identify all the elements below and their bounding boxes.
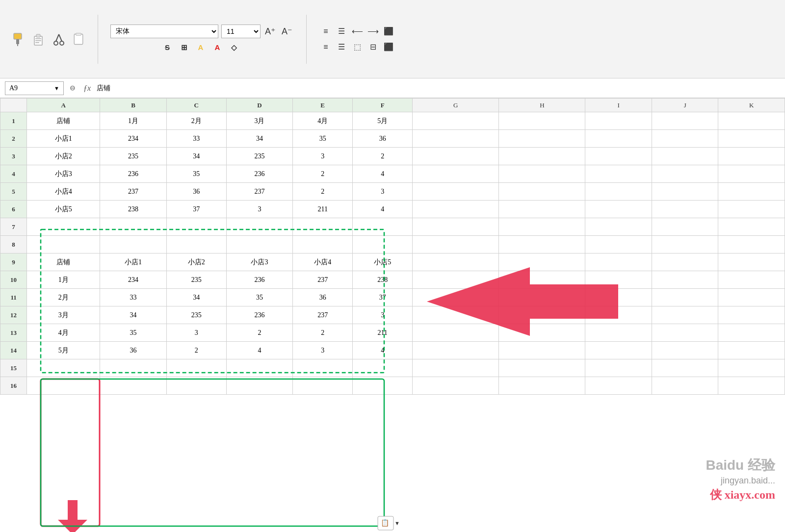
align-top-right[interactable]: ⟵ (350, 25, 364, 38)
cell[interactable] (226, 377, 293, 395)
cell[interactable]: 234 (100, 130, 167, 148)
row-header-3[interactable]: 3 (0, 148, 27, 165)
col-header-J[interactable]: J (652, 99, 718, 112)
cell[interactable] (652, 130, 718, 148)
cell[interactable] (652, 148, 718, 165)
cell[interactable]: 236 (226, 165, 293, 183)
cell[interactable] (718, 342, 785, 359)
col-header-F[interactable]: F (353, 99, 413, 112)
font-color-button[interactable]: A (210, 41, 224, 54)
cell[interactable] (353, 359, 413, 377)
cell[interactable] (718, 377, 785, 395)
cell[interactable]: 小店1 (100, 253, 167, 271)
cell[interactable]: 4月 (27, 324, 100, 342)
align-top-left[interactable]: ≡ (319, 25, 333, 38)
cell[interactable]: 35 (100, 324, 167, 342)
cell[interactable]: 236 (226, 271, 293, 289)
cut-button[interactable] (51, 31, 67, 47)
cell[interactable]: 36 (293, 289, 353, 306)
cell-ref-dropdown-icon[interactable]: ▼ (54, 85, 59, 91)
cell[interactable] (413, 271, 499, 289)
cell[interactable]: 236 (100, 165, 167, 183)
cell[interactable]: 1月 (100, 112, 167, 130)
align-bottom-left[interactable]: ≡ (319, 41, 333, 53)
cell[interactable] (499, 289, 585, 306)
cell[interactable]: 4月 (293, 112, 353, 130)
cell[interactable] (652, 359, 718, 377)
underline-button[interactable] (144, 41, 157, 54)
align-bottom-center[interactable]: ☰ (335, 41, 348, 53)
cell[interactable] (499, 148, 585, 165)
italic-button[interactable] (127, 41, 141, 54)
cell[interactable] (166, 236, 226, 253)
cell[interactable] (585, 236, 652, 253)
cell[interactable] (413, 218, 499, 236)
cell[interactable]: 235 (166, 271, 226, 289)
cell[interactable]: 3 (293, 148, 353, 165)
cell[interactable] (499, 201, 585, 218)
col-header-H[interactable]: H (499, 99, 585, 112)
row-header-9[interactable]: 9 (0, 253, 27, 271)
cell[interactable] (585, 289, 652, 306)
cell[interactable] (413, 324, 499, 342)
cell[interactable] (718, 359, 785, 377)
cell[interactable]: 2月 (27, 289, 100, 306)
cell[interactable]: 2 (166, 342, 226, 359)
cell[interactable]: 小店3 (226, 253, 293, 271)
row-header-5[interactable]: 5 (0, 183, 27, 201)
cell[interactable]: 36 (353, 130, 413, 148)
cell[interactable]: 211 (353, 324, 413, 342)
cell[interactable] (413, 253, 499, 271)
cell[interactable] (293, 377, 353, 395)
cell[interactable]: 37 (166, 201, 226, 218)
align-bottom-indent[interactable]: ⬛ (382, 41, 395, 53)
clear-format-button[interactable]: ◇ (227, 41, 241, 54)
font-name-select[interactable]: 宋体 (110, 25, 218, 38)
cell[interactable] (413, 342, 499, 359)
cell[interactable] (499, 306, 585, 324)
cell[interactable] (652, 165, 718, 183)
cell[interactable] (100, 359, 167, 377)
row-header-7[interactable]: 7 (0, 218, 27, 236)
align-bottom-right[interactable]: ⬚ (350, 41, 364, 53)
cell[interactable]: 237 (293, 306, 353, 324)
cell[interactable] (499, 183, 585, 201)
cell[interactable] (293, 218, 353, 236)
cell-reference-box[interactable]: A9 ▼ (5, 81, 64, 95)
formula-input[interactable] (97, 81, 780, 95)
cell[interactable]: 35 (166, 165, 226, 183)
cell[interactable] (718, 289, 785, 306)
cell[interactable]: 211 (293, 201, 353, 218)
cell[interactable] (585, 306, 652, 324)
cell[interactable]: 2 (293, 165, 353, 183)
cell[interactable]: 237 (226, 183, 293, 201)
cell[interactable] (652, 306, 718, 324)
cell[interactable] (585, 253, 652, 271)
row-header-1[interactable]: 1 (0, 112, 27, 130)
cell[interactable]: 2 (293, 183, 353, 201)
cell[interactable] (499, 271, 585, 289)
cell[interactable] (652, 377, 718, 395)
cell[interactable] (413, 236, 499, 253)
cell[interactable] (226, 359, 293, 377)
cell[interactable]: 小店4 (293, 253, 353, 271)
cell[interactable] (413, 112, 499, 130)
cell[interactable] (499, 165, 585, 183)
cell[interactable]: 2 (353, 148, 413, 165)
cell[interactable] (718, 112, 785, 130)
cell[interactable]: 35 (293, 130, 353, 148)
row-header-14[interactable]: 14 (0, 342, 27, 359)
cell[interactable]: 34 (226, 130, 293, 148)
cell[interactable]: 237 (100, 183, 167, 201)
cell[interactable] (499, 377, 585, 395)
cell[interactable]: 34 (166, 289, 226, 306)
cell[interactable]: 235 (166, 306, 226, 324)
cell[interactable]: 33 (166, 130, 226, 148)
cell[interactable] (652, 253, 718, 271)
cell[interactable]: 4 (226, 342, 293, 359)
cell[interactable]: 店铺 (27, 253, 100, 271)
cell[interactable] (413, 306, 499, 324)
row-header-15[interactable]: 15 (0, 359, 27, 377)
cell[interactable] (353, 377, 413, 395)
cell[interactable]: 238 (353, 271, 413, 289)
